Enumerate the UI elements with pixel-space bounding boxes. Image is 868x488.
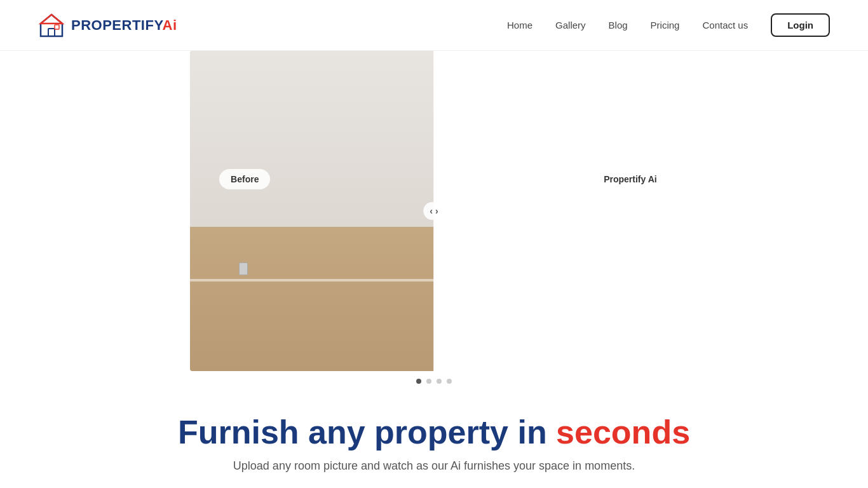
arrow-left-icon: ‹: [430, 206, 433, 216]
dot-3[interactable]: [437, 379, 442, 384]
headline-section: Furnish any property in seconds Upload a…: [0, 384, 868, 485]
svg-marker-1: [41, 15, 62, 24]
headline-accent-text: seconds: [556, 414, 690, 451]
svg-rect-3: [55, 25, 59, 29]
nav-gallery[interactable]: Gallery: [555, 20, 586, 30]
svg-rect-2: [48, 29, 55, 36]
slider-handle[interactable]: ‹ ›: [423, 202, 444, 220]
navbar: PROPERTIFYAi Home Gallery Blog Pricing C…: [0, 0, 868, 51]
after-label: Propertify Ai: [592, 169, 668, 189]
nav-pricing[interactable]: Pricing: [651, 20, 680, 30]
dot-1[interactable]: [416, 379, 421, 384]
outlet-detail: [239, 262, 248, 275]
slider-section: ‹ › Before Propertify Ai: [0, 51, 868, 384]
before-label: Before: [219, 169, 270, 189]
login-button[interactable]: Login: [771, 13, 830, 37]
nav-blog[interactable]: Blog: [609, 20, 628, 30]
arrow-right-icon: ›: [435, 206, 438, 216]
headline-subtitle: Upload any room picture and watch as our…: [212, 459, 656, 473]
nav-contact[interactable]: Contact us: [702, 20, 748, 30]
dot-4[interactable]: [447, 379, 452, 384]
before-side: [190, 51, 434, 371]
nav-links: Home Gallery Blog Pricing Contact us Log…: [507, 13, 830, 37]
logo-icon: [38, 12, 65, 39]
nav-home[interactable]: Home: [507, 20, 532, 30]
logo-text: PROPERTIFYAi: [71, 17, 177, 34]
headline-title: Furnish any property in seconds: [13, 414, 855, 451]
dot-2[interactable]: [426, 379, 431, 384]
headline-main-text: Furnish any property in: [178, 414, 556, 451]
before-after-slider[interactable]: ‹ › Before Propertify Ai: [190, 51, 678, 371]
slider-dots: [190, 371, 678, 384]
logo[interactable]: PROPERTIFYAi: [38, 12, 177, 39]
before-room-image: [190, 51, 434, 371]
